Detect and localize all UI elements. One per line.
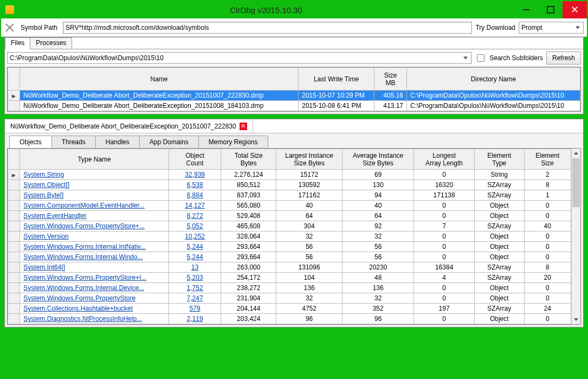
col-dir[interactable]: Directory Name xyxy=(407,68,580,91)
col-size[interactable]: Size MB xyxy=(374,68,407,91)
object-count-cell[interactable]: 7,247 xyxy=(169,293,221,304)
table-row[interactable]: System.Diagnostics.NtProcessInfoHelp... … xyxy=(8,314,571,324)
tab-processes[interactable]: Processes xyxy=(30,37,72,49)
type-name-cell[interactable]: System.String xyxy=(20,170,169,180)
largest-cell: 304 xyxy=(276,221,343,232)
etype-cell: Object xyxy=(475,201,524,211)
col-object-count[interactable]: Object Count xyxy=(169,149,221,170)
table-row[interactable]: System.Collections.Hashtable+bucket 579 … xyxy=(8,304,571,314)
object-count-cell[interactable]: 14,127 xyxy=(169,201,221,211)
scroll-up-icon[interactable] xyxy=(572,149,580,158)
longest-cell: 0 xyxy=(414,252,475,262)
vertical-scrollbar[interactable] xyxy=(571,149,580,324)
scroll-thumb[interactable] xyxy=(572,158,580,207)
minimize-button[interactable] xyxy=(514,1,538,18)
tab-threads[interactable]: Threads xyxy=(51,136,96,148)
type-name-cell[interactable]: System.ComponentModel.EventHandler... xyxy=(20,201,169,211)
type-name-cell[interactable]: System.Object[] xyxy=(20,180,169,190)
type-name-cell[interactable]: System.Byte[] xyxy=(20,190,169,201)
table-row[interactable]: NüWorkflow_Demo_Deliberate Abort_Deliber… xyxy=(8,91,580,101)
longest-cell: 0 xyxy=(414,211,475,221)
type-name-cell[interactable]: System.Windows.Forms.Internal.IntNativ..… xyxy=(20,242,169,252)
table-row[interactable]: System.String 32,939 2,276,124 15172 69 … xyxy=(8,170,571,180)
path-combobox[interactable]: C:\ProgramData\Opulos\NüWorkflow\Dumps\2… xyxy=(7,52,471,64)
type-name-cell[interactable]: System.Int64[] xyxy=(20,262,169,273)
object-count-cell[interactable]: 8,272 xyxy=(169,211,221,221)
object-count-cell[interactable]: 5,244 xyxy=(169,242,221,252)
avg-cell: 32 xyxy=(343,293,414,304)
esize-cell: 24 xyxy=(524,304,571,314)
files-grid[interactable]: Name Last Write Time Size MB Directory N… xyxy=(7,67,581,112)
table-row[interactable]: System.Byte[] 8,884 837,093 171162 94 17… xyxy=(8,190,571,201)
largest-cell: 64 xyxy=(276,211,343,221)
scroll-down-icon[interactable] xyxy=(572,315,580,324)
tab-memory-regions[interactable]: Memory Regions xyxy=(198,136,268,148)
table-row[interactable]: System.Windows.Forms.Internal.Device... … xyxy=(8,283,571,293)
table-row[interactable]: System.Windows.Forms.Internal.IntNativ..… xyxy=(8,242,571,252)
type-name-cell[interactable]: System.EventHandler xyxy=(20,211,169,221)
type-name-cell[interactable]: System.Diagnostics.NtProcessInfoHelp... xyxy=(20,314,169,324)
table-row[interactable]: System.EventHandler 8,272 529,408 64 64 … xyxy=(8,211,571,221)
maximize-button[interactable] xyxy=(538,1,563,18)
type-name-cell[interactable]: System.Collections.Hashtable+bucket xyxy=(20,304,169,314)
etype-cell: Object xyxy=(475,242,524,252)
type-name-cell[interactable]: System.Windows.Forms.PropertyStore xyxy=(20,293,169,304)
object-count-cell[interactable]: 10,252 xyxy=(169,232,221,242)
avg-cell: 48 xyxy=(343,273,414,283)
cancel-icon[interactable] xyxy=(4,22,15,33)
object-count-cell[interactable]: 13 xyxy=(169,262,221,273)
col-element-size[interactable]: Element Size xyxy=(524,149,571,170)
object-count-cell[interactable]: 8,884 xyxy=(169,190,221,201)
type-name-cell[interactable]: System.Windows.Forms.PropertyStore+... xyxy=(20,221,169,232)
type-name-cell[interactable]: System.Windows.Forms.Internal.Device... xyxy=(20,283,169,293)
titlebar[interactable]: ClrDbg v2015.10.30 ✕ xyxy=(1,1,587,18)
search-subfolders-checkbox[interactable] xyxy=(477,54,484,62)
object-count-cell[interactable]: 5,244 xyxy=(169,252,221,262)
col-largest-instance[interactable]: Largest Instance Size Bytes xyxy=(276,149,343,170)
total-size-cell: 263,000 xyxy=(221,262,276,273)
col-element-type[interactable]: Element Type xyxy=(475,149,524,170)
table-row[interactable]: System.Windows.Forms.PropertyStore 7,247… xyxy=(8,293,571,304)
object-count-cell[interactable]: 5,203 xyxy=(169,273,221,283)
total-size-cell: 565,080 xyxy=(221,201,276,211)
table-row[interactable]: System.ComponentModel.EventHandler... 14… xyxy=(8,201,571,211)
table-row[interactable]: System.Windows.Forms.PropertyStore+I... … xyxy=(8,273,571,283)
table-row[interactable]: System.Int64[] 13 263,000 131096 20230 1… xyxy=(8,262,571,273)
col-avg-instance[interactable]: Average Instance Size Bytes xyxy=(343,149,414,170)
largest-cell: 32 xyxy=(276,232,343,242)
refresh-button[interactable]: Refresh xyxy=(546,52,581,65)
col-lwt[interactable]: Last Write Time xyxy=(299,68,374,91)
type-name-cell[interactable]: System.Version xyxy=(20,232,169,242)
object-count-cell[interactable]: 579 xyxy=(169,304,221,314)
document-tab[interactable]: NüWorkflow_Demo_Deliberate Abort_Deliber… xyxy=(5,119,253,133)
type-name-cell[interactable]: System.Windows.Forms.PropertyStore+I... xyxy=(20,273,169,283)
table-row[interactable]: System.Windows.Forms.PropertyStore+... 5… xyxy=(8,221,571,232)
table-row[interactable]: System.Version 10,252 328,064 32 32 0 Ob… xyxy=(8,232,571,242)
col-name[interactable]: Name xyxy=(20,68,299,91)
try-download-select[interactable]: Prompt xyxy=(519,22,584,34)
total-size-cell: 850,512 xyxy=(221,180,276,190)
table-row[interactable]: System.Object[] 6,538 850,512 130592 130… xyxy=(8,180,571,190)
tab-app-domains[interactable]: App Domains xyxy=(139,136,199,148)
try-download-label: Try Download xyxy=(475,24,515,31)
table-row[interactable]: NüWorkflow_Demo_Deliberate Abort_Deliber… xyxy=(8,101,580,111)
col-type-name[interactable]: Type Name xyxy=(20,149,169,170)
object-count-cell[interactable]: 6,538 xyxy=(169,180,221,190)
object-count-cell[interactable]: 1,752 xyxy=(169,283,221,293)
objects-grid[interactable]: Type Name Object Count Total Size Bytes … xyxy=(8,149,571,324)
table-row[interactable]: System.Windows.Forms.Internal.Windo... 5… xyxy=(8,252,571,262)
tab-handles[interactable]: Handles xyxy=(95,136,140,148)
col-longest-array[interactable]: Longest Array Length xyxy=(414,149,475,170)
object-count-cell[interactable]: 32,939 xyxy=(169,170,221,180)
col-total-size[interactable]: Total Size Bytes xyxy=(221,149,276,170)
type-name-cell[interactable]: System.Windows.Forms.Internal.Windo... xyxy=(20,252,169,262)
object-count-cell[interactable]: 2,119 xyxy=(169,314,221,324)
close-button[interactable]: ✕ xyxy=(563,1,587,18)
tab-objects[interactable]: Objects xyxy=(9,136,52,148)
object-count-cell[interactable]: 5,052 xyxy=(169,221,221,232)
tab-files[interactable]: Files xyxy=(5,37,30,49)
avg-cell: 40 xyxy=(343,201,414,211)
file-dir-cell: C:\ProgramData\Opulos\NüWorkflow\Dumps\2… xyxy=(407,101,580,111)
symbol-path-input[interactable] xyxy=(63,22,472,34)
document-close-icon[interactable]: ✕ xyxy=(240,123,247,130)
